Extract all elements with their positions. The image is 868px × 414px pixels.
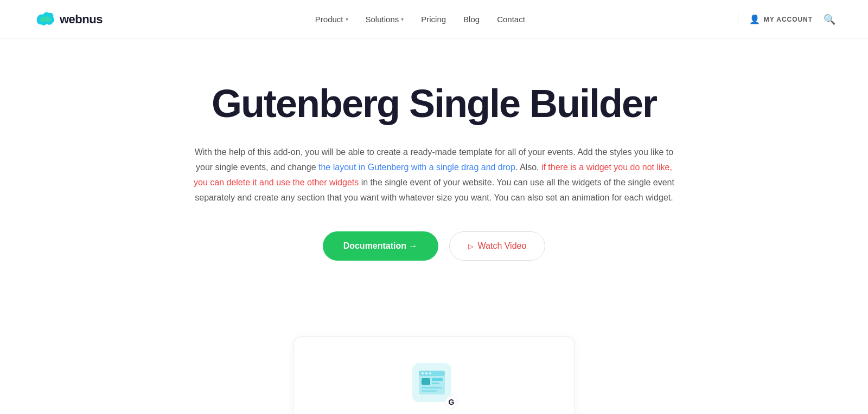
logo[interactable]: webnus: [33, 11, 103, 28]
hero-buttons: Documentation → ▷ Watch Video: [108, 231, 760, 261]
hero-title: Gutenberg Single Builder: [108, 82, 760, 125]
nav-pricing[interactable]: Pricing: [421, 15, 446, 24]
nav-links: Product ▾ Solutions ▾ Pricing Blog Conta…: [315, 15, 525, 24]
nav-solutions[interactable]: Solutions ▾: [366, 15, 404, 24]
nav-contact[interactable]: Contact: [497, 15, 525, 24]
plugin-icon-bg: [412, 363, 451, 402]
documentation-button[interactable]: Documentation →: [323, 231, 438, 261]
svg-rect-5: [422, 378, 430, 385]
gutenberg-badge: G: [445, 396, 458, 409]
chevron-down-icon: ▾: [346, 16, 348, 22]
nav-product[interactable]: Product ▾: [315, 15, 348, 24]
svg-rect-6: [432, 378, 443, 381]
svg-point-3: [425, 372, 427, 374]
plugin-icon-svg: [418, 368, 446, 397]
play-icon: ▷: [468, 242, 474, 250]
chevron-down-icon: ▾: [401, 16, 404, 22]
my-account-button[interactable]: 👤 MY ACCOUNT: [749, 14, 813, 24]
nav-right: 👤 MY ACCOUNT 🔍: [738, 12, 835, 27]
svg-rect-8: [422, 387, 442, 389]
logo-text: webnus: [60, 12, 103, 27]
user-icon: 👤: [749, 14, 761, 24]
nav-divider: [738, 12, 738, 27]
svg-rect-7: [432, 383, 439, 384]
plugin-card: G Gutenberg Single Builder Addon: [293, 337, 575, 414]
navbar: webnus Product ▾ Solutions ▾ Pricing Blo…: [0, 0, 868, 39]
plugin-icon-wrapper: G: [412, 363, 456, 406]
svg-point-2: [422, 372, 424, 374]
search-icon[interactable]: 🔍: [824, 14, 835, 25]
svg-point-4: [429, 372, 431, 374]
plugin-card-section: G Gutenberg Single Builder Addon: [0, 337, 868, 414]
hero-section: Gutenberg Single Builder With the help o…: [0, 39, 868, 337]
nav-blog[interactable]: Blog: [463, 15, 480, 24]
hero-description: With the help of this add-on, you will b…: [190, 145, 678, 205]
watch-video-button[interactable]: ▷ Watch Video: [449, 231, 546, 261]
svg-rect-9: [422, 390, 437, 392]
